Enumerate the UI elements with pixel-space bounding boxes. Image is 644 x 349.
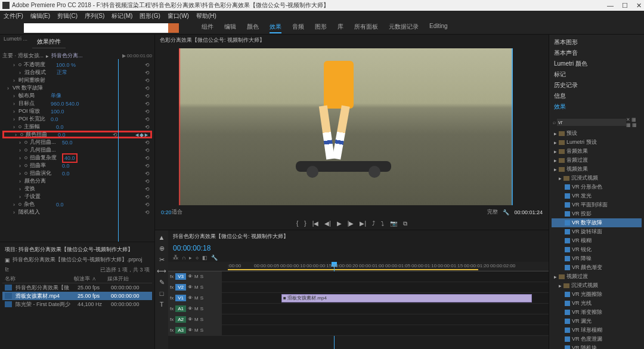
resolution-dropdown[interactable]: 完整 <box>487 208 498 216</box>
export-frame-button[interactable]: 📷 <box>390 220 397 227</box>
workspace-效果[interactable]: 效果 <box>270 23 281 33</box>
fx-音频过渡[interactable]: ▸音频过渡 <box>552 156 642 165</box>
prop-不透明度[interactable]: ›不透明度100.0 %⟲ <box>2 61 152 69</box>
project-tab[interactable]: 项目: 抖音色彩分离效果【微信公众号-视频制作大师】 <box>2 245 152 255</box>
fx-预设[interactable]: ▸预设 <box>552 129 642 138</box>
fx-VR 球形模糊[interactable]: VR 球形模糊 <box>552 326 642 335</box>
fx-VR 平面到球面[interactable]: VR 平面到球面 <box>552 200 642 209</box>
workspace-图形[interactable]: 图形 <box>315 23 327 33</box>
fx-VR 颜色渐变[interactable]: VR 颜色渐变 <box>552 263 642 272</box>
prop-主振幅[interactable]: ›主振幅0.0⟲ <box>2 123 152 131</box>
workspace-Editing[interactable]: Editing <box>429 23 448 33</box>
menu-剪辑(C)[interactable]: 剪辑(C) <box>57 12 78 20</box>
track-head-A2[interactable]: fxA2👁MS <box>168 314 222 325</box>
workspace-编辑[interactable]: 编辑 <box>224 23 236 33</box>
fx-VR 色度泄漏[interactable]: VR 色度泄漏 <box>552 335 642 344</box>
prop-帧布局[interactable]: ›帧布局单像⟲ <box>2 92 152 100</box>
prop-POI 缩放[interactable]: ›POI 缩放100.0⟲ <box>2 107 152 115</box>
menu-编辑(E)[interactable]: 编辑(E) <box>30 12 50 20</box>
sequence-clip-label[interactable]: 抖音色分离... <box>51 52 83 60</box>
prop-时间重映射[interactable]: ›时间重映射⟲ <box>2 76 152 84</box>
play-button[interactable]: ▶ <box>337 220 342 227</box>
tool-button[interactable]: □ <box>160 290 164 297</box>
program-tc-right[interactable]: 00:00:01:24 <box>514 209 543 215</box>
panel-基本图形[interactable]: 基本图形 <box>554 37 639 48</box>
fx-VR 渐变擦除[interactable]: VR 渐变擦除 <box>552 308 642 317</box>
sequence-name[interactable]: 抖音色彩分离效果【微信公众号: 视频制作大师】 <box>168 230 549 243</box>
fx-VR 光圈擦除[interactable]: VR 光圈擦除 <box>552 290 642 299</box>
workspace-组件[interactable]: 组件 <box>202 23 213 33</box>
fx-VR 漏光[interactable]: VR 漏光 <box>552 317 642 326</box>
prop-颜色分离[interactable]: ›颜色分离⟲ <box>2 177 152 185</box>
step-fwd-button[interactable]: |▶ <box>348 220 354 227</box>
prop-扭曲演化[interactable]: ›扭曲演化0.0⟲ <box>2 169 152 177</box>
project-item[interactable]: 陈光荣 - First Date两少44,100 Hz00:00:00:00 <box>2 300 152 308</box>
filter-icon[interactable]: ⊵ <box>5 266 10 274</box>
project-item[interactable]: 滑板女孩素材.mp425.00 fps00:00:00:00 <box>2 292 152 300</box>
project-item[interactable]: 抖音色彩分离效果【微25.00 fps00:00:00:00 <box>2 283 152 292</box>
tool-button[interactable]: ✎ <box>159 279 165 286</box>
tool-button[interactable]: ✂ <box>159 256 165 264</box>
prop-颜色扭曲[interactable]: ›颜色扭曲0.0⟲◄◆► <box>2 131 152 138</box>
menu-图形(G)[interactable]: 图形(G) <box>140 12 160 20</box>
search-box[interactable] <box>24 23 179 33</box>
workspace-所有面板[interactable]: 所有面板 <box>354 23 378 33</box>
panel-历史记录[interactable]: 历史记录 <box>554 80 639 91</box>
video-frame[interactable] <box>179 48 513 205</box>
maximize-button[interactable]: ☐ <box>622 2 628 10</box>
prop-扭曲复杂度[interactable]: ›扭曲复杂度40.0⟲ <box>2 154 152 162</box>
workspace-元数据记录[interactable]: 元数据记录 <box>389 23 419 33</box>
panel-基本声音[interactable]: 基本声音 <box>554 48 639 58</box>
fx-视频效果[interactable]: ▸视频效果 <box>552 165 642 174</box>
go-out-button[interactable]: ▶| <box>360 220 366 227</box>
workspace-库[interactable]: 库 <box>338 23 343 33</box>
effect-controls-tab[interactable]: 效果控件 <box>32 36 66 48</box>
fx-沉浸式视频[interactable]: ▸沉浸式视频 <box>552 174 642 183</box>
prop-混合模式[interactable]: ›混合模式正常⟲ <box>2 69 152 76</box>
prop-几何扭曲...[interactable]: ›几何扭曲...50.0⟲ <box>2 138 152 146</box>
fx-VR 光线[interactable]: VR 光线 <box>552 299 642 308</box>
mark-in-button[interactable]: { <box>296 220 298 227</box>
menu-序列(S)[interactable]: 序列(S) <box>85 12 104 20</box>
menu-文件(F)[interactable]: 文件(F) <box>4 12 23 20</box>
panel-信息[interactable]: 信息 <box>554 91 639 101</box>
lift-button[interactable]: ⤴ <box>372 220 375 227</box>
prop-扭曲率[interactable]: ›扭曲率0.0⟲ <box>2 162 152 169</box>
close-button[interactable]: ✕ <box>636 2 642 10</box>
panel-Lumetri 颜色[interactable]: Lumetri 颜色 <box>554 58 639 69</box>
clear-search-button[interactable]: ✕ ▦ ▦ ▦ <box>626 117 640 128</box>
work-area-bar[interactable] <box>228 269 478 270</box>
workspace-音频[interactable]: 音频 <box>292 23 304 33</box>
timeline-ruler[interactable]: ↖ :00:0000:00:00:0500:00:00:1000:00:00:1… <box>168 262 549 271</box>
prop-杂色[interactable]: ›杂色0.0⟲ <box>2 200 152 208</box>
minimize-button[interactable]: — <box>607 2 614 10</box>
ec-playhead[interactable] <box>118 59 119 242</box>
track-head-V1[interactable]: fxV1👁MS <box>168 293 222 303</box>
prop-目标点[interactable]: ›目标点960.0 540.0⟲ <box>2 100 152 107</box>
track-head-A3[interactable]: fxA3👁MS <box>168 325 222 335</box>
fx-VR 降噪[interactable]: VR 降噪 <box>552 254 642 263</box>
prop-随机植入[interactable]: ›随机植入⟲ <box>2 208 152 216</box>
fx-VR 投影[interactable]: VR 投影 <box>552 209 642 218</box>
fx-VR 分形杂色[interactable]: VR 分形杂色 <box>552 183 642 192</box>
panel-标记[interactable]: 标记 <box>554 69 639 80</box>
wrench-icon[interactable]: 🔧 <box>503 209 509 215</box>
video-clip[interactable]: ■ 滑板女孩素材.mp4 <box>281 294 532 302</box>
track-head-V3[interactable]: fxV3👁MS <box>168 271 222 282</box>
menu-标记(M)[interactable]: 标记(M) <box>112 12 132 20</box>
prop-子设置[interactable]: ›子设置⟲ <box>2 193 152 200</box>
tool-button[interactable]: ▲ <box>159 234 165 241</box>
prop-变换[interactable]: ›变换⟲ <box>2 185 152 193</box>
fx-Lumetri 预设[interactable]: ▸Lumetri 预设 <box>552 138 642 147</box>
workspace-颜色[interactable]: 颜色 <box>247 23 259 33</box>
fx-VR 随机块[interactable]: VR 随机块 <box>552 344 642 349</box>
compare-button[interactable]: ⧉ <box>403 220 407 227</box>
tool-button[interactable]: T <box>160 301 164 308</box>
fit-dropdown[interactable]: 适合 <box>172 208 182 216</box>
menu-窗口(W)[interactable]: 窗口(W) <box>168 12 189 20</box>
panel-效果[interactable]: 效果 <box>554 101 639 112</box>
fx-VR 模糊[interactable]: VR 模糊 <box>552 236 642 245</box>
menu-帮助(H)[interactable]: 帮助(H) <box>196 12 216 20</box>
prop-POI 长宽比[interactable]: ›POI 长宽比0.0⟲ <box>2 115 152 123</box>
fx-视频过渡[interactable]: ▸视频过渡 <box>552 272 642 281</box>
